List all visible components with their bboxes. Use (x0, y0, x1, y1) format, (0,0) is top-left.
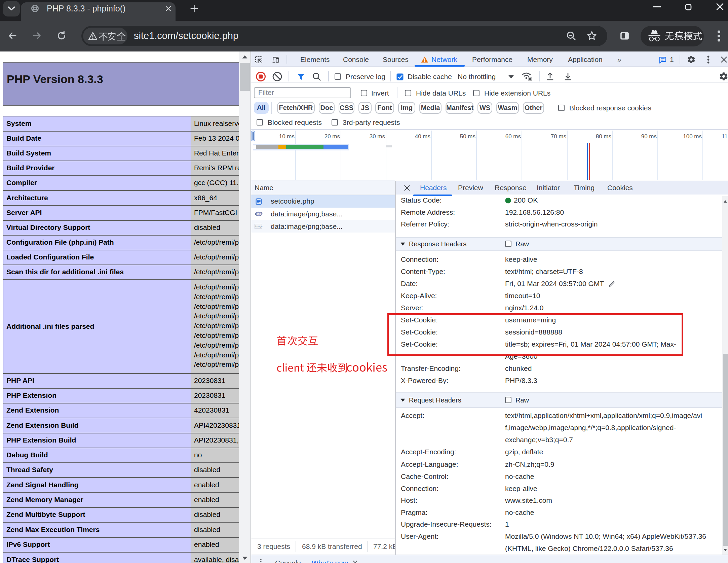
svg-text:php: php (257, 213, 261, 215)
